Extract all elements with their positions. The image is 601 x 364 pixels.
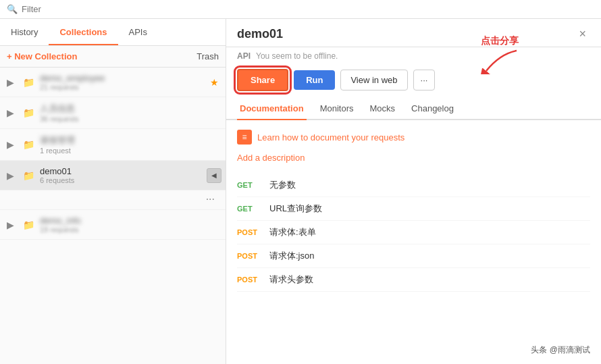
method-badge-post: POST [237, 252, 261, 260]
folder-icon: 📁 [23, 77, 34, 88]
request-name: 请求体:json [269, 250, 314, 262]
tab-mocks[interactable]: Mocks [367, 98, 398, 119]
collection-item[interactable]: ▶ 📁 请假管理 1 request [0, 129, 226, 161]
method-badge-get: GET [237, 205, 261, 213]
sidebar-tabs: History Collections APIs [0, 19, 226, 46]
method-badge-post: POST [237, 228, 261, 236]
more-options-button[interactable]: ··· [202, 192, 219, 207]
collection-sub: 21 requests [40, 83, 205, 91]
add-description-button[interactable]: Add a description [237, 153, 590, 163]
collection-name: 人员信息 [40, 103, 219, 115]
tab-apis[interactable]: APIs [118, 19, 158, 45]
request-item[interactable]: GET URL查询参数 [237, 197, 590, 221]
main-layout: History Collections APIs + New Collectio… [0, 19, 601, 364]
panel-title: demo01 [237, 27, 283, 41]
content-body: ≡ Learn how to document your requests Ad… [226, 120, 601, 364]
view-in-web-button[interactable]: View in web [340, 70, 407, 90]
share-button[interactable]: Share [237, 69, 288, 91]
collection-item[interactable]: ▶ 📁 demo_employee 21 requests ★ [0, 68, 226, 97]
request-item[interactable]: GET 无参数 [237, 174, 590, 197]
collection-name: demo_info [40, 215, 219, 226]
sidebar: History Collections APIs + New Collectio… [0, 19, 226, 364]
request-name: URL查询参数 [269, 203, 322, 215]
collection-item-demo01[interactable]: ▶ 📁 demo01 6 requests ◀ [0, 161, 226, 190]
more-button[interactable]: ··· [413, 70, 436, 90]
api-status-row: API You seem to be offline. [226, 47, 601, 65]
learn-link[interactable]: ≡ Learn how to document your requests [237, 130, 590, 145]
new-collection-button[interactable]: + New Collection [7, 51, 77, 61]
request-item[interactable]: POST 请求体:json [237, 244, 590, 268]
offline-message: You seem to be offline. [256, 51, 338, 61]
request-item[interactable]: POST 请求体:表单 [237, 221, 590, 244]
collections-list: ▶ 📁 demo_employee 21 requests ★ ▶ 📁 人员信息… [0, 68, 226, 364]
folder-icon: 📁 [23, 107, 34, 118]
search-icon: 🔍 [7, 4, 18, 14]
collection-name: 请假管理 [40, 134, 219, 147]
collection-item[interactable]: ▶ 📁 人员信息 36 requests [0, 97, 226, 129]
tab-collections[interactable]: Collections [49, 19, 117, 45]
collection-info: 请假管理 1 request [40, 134, 219, 155]
method-badge-post: POST [237, 276, 261, 284]
search-bar: 🔍 [0, 0, 601, 19]
api-label: API [237, 51, 251, 61]
collection-sub: 1 request [40, 147, 219, 155]
collection-name: demo01 [40, 166, 199, 176]
collection-info: 人员信息 36 requests [40, 103, 219, 123]
request-name: 请求体:表单 [269, 226, 316, 238]
tab-changelog[interactable]: Changelog [409, 98, 456, 119]
collection-sub: 19 requests [40, 226, 219, 234]
expand-icon: ▶ [7, 107, 18, 118]
request-name: 请求头参数 [269, 274, 313, 286]
sidebar-actions: + New Collection Trash [0, 46, 226, 68]
request-name: 无参数 [269, 179, 296, 191]
learn-icon: ≡ [237, 130, 252, 145]
collection-info: demo01 6 requests [40, 166, 199, 184]
collection-info: demo_info 19 requests [40, 215, 219, 234]
star-icon[interactable]: ★ [210, 77, 219, 88]
search-input[interactable] [22, 4, 157, 14]
collection-sub: 6 requests [40, 176, 199, 184]
watermark: 头条 @雨滴测试 [531, 344, 590, 356]
trash-button[interactable]: Trash [197, 51, 219, 61]
folder-icon: 📁 [23, 170, 34, 181]
request-item[interactable]: POST 请求头参数 [237, 268, 590, 292]
more-options-row: ··· [0, 190, 226, 210]
folder-icon: 📁 [23, 139, 34, 150]
expand-icon: ▶ [7, 170, 18, 181]
action-row: 点击分享 Share Run View in web ··· [226, 65, 601, 98]
collection-info: demo_employee 21 requests [40, 73, 205, 91]
content-tabs: Documentation Monitors Mocks Changelog [226, 98, 601, 120]
method-badge-get: GET [237, 181, 261, 189]
expand-icon: ▶ [7, 139, 18, 150]
tab-documentation[interactable]: Documentation [237, 98, 307, 119]
collection-name: demo_employee [40, 73, 205, 83]
right-panel: demo01 × API You seem to be offline. 点击分… [226, 19, 601, 364]
collapse-arrow-button[interactable]: ◀ [207, 168, 221, 183]
tab-monitors[interactable]: Monitors [317, 98, 357, 119]
collection-item[interactable]: ▶ 📁 demo_info 19 requests [0, 210, 226, 240]
learn-link-text[interactable]: Learn how to document your requests [257, 132, 404, 142]
collection-sub: 36 requests [40, 115, 219, 123]
expand-icon: ▶ [7, 219, 18, 230]
folder-icon: 📁 [23, 219, 34, 230]
expand-icon: ▶ [7, 77, 18, 88]
close-button[interactable]: × [575, 26, 590, 43]
tab-history[interactable]: History [0, 19, 49, 45]
run-button[interactable]: Run [294, 70, 335, 90]
panel-header: demo01 × [226, 19, 601, 47]
